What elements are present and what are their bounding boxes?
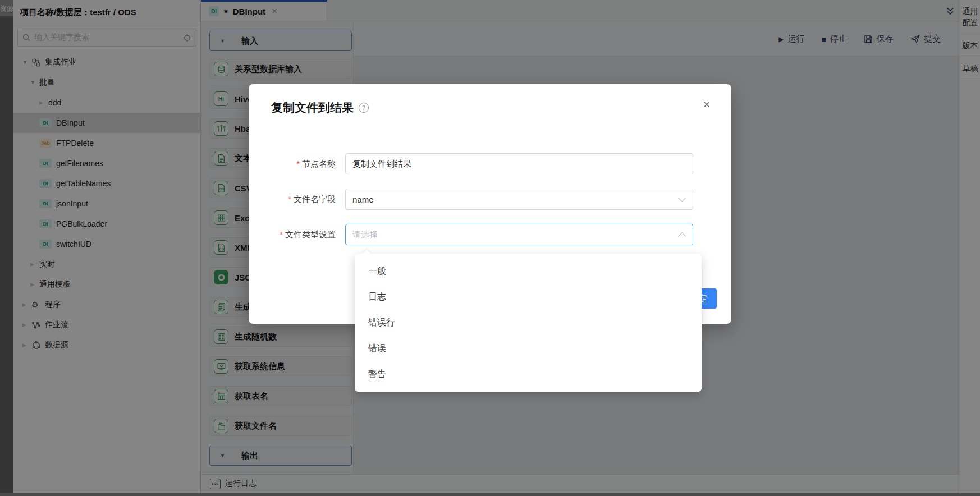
form-row-node-name: *节点名称	[249, 153, 731, 174]
required-marker: *	[288, 195, 291, 204]
field-label: 文件名字段	[294, 194, 336, 204]
dropdown-menu: 一般日志错误行错误警告	[355, 258, 702, 387]
dropdown-option[interactable]: 错误行	[355, 310, 702, 336]
field-label: 节点名称	[302, 159, 336, 168]
select-value: name	[352, 195, 374, 204]
dropdown-option[interactable]: 一般	[355, 258, 702, 284]
chevron-down-icon	[678, 194, 686, 202]
field-label: 文件类型设置	[285, 229, 336, 239]
node-name-input[interactable]	[345, 153, 693, 174]
required-marker: *	[280, 230, 283, 239]
help-icon[interactable]: ?	[359, 103, 369, 113]
close-icon[interactable]: ×	[703, 99, 710, 110]
dropdown-option[interactable]: 错误	[355, 336, 702, 361]
dropdown-option[interactable]: 日志	[355, 284, 702, 310]
filename-field-select[interactable]: name	[345, 189, 693, 210]
dialog-title: 复制文件到结果	[271, 100, 354, 116]
select-placeholder: 请选择	[352, 229, 378, 240]
filetype-select[interactable]: 请选择	[345, 224, 693, 245]
form-row-filetype-setting: *文件类型设置 请选择	[249, 224, 731, 245]
filetype-dropdown: 一般日志错误行错误警告	[355, 254, 702, 392]
required-marker: *	[297, 159, 300, 168]
form-row-filename-field: *文件名字段 name	[249, 189, 731, 210]
dropdown-option[interactable]: 警告	[355, 361, 702, 387]
chevron-up-icon	[678, 232, 686, 240]
